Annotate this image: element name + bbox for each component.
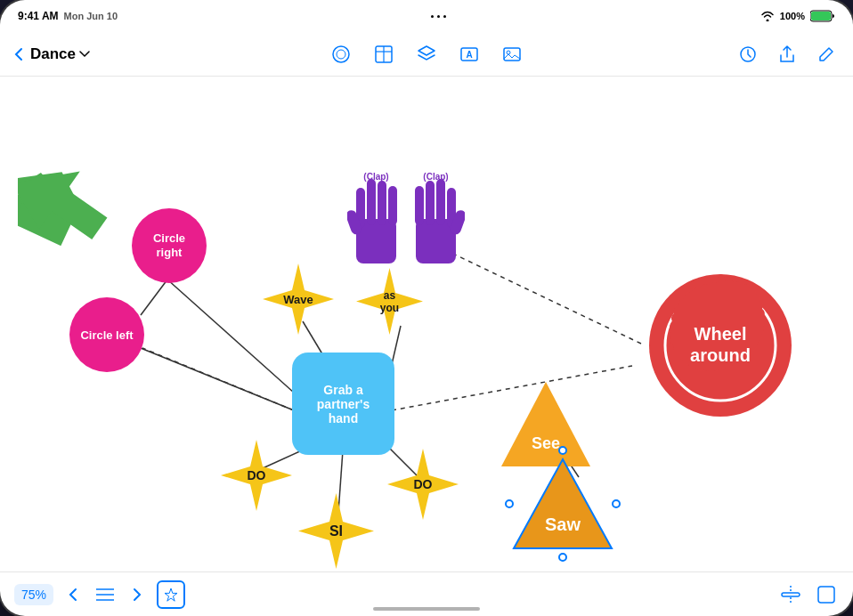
do-right-shape[interactable]: DO	[387, 449, 459, 520]
toolbar: Dance A	[0, 32, 853, 77]
shape-tool-icon[interactable]	[329, 42, 353, 67]
svg-text:A: A	[466, 50, 472, 60]
status-bar: 9:41 AM Mon Jun 10 100%	[0, 0, 853, 32]
right-hand: (Clap)	[407, 170, 465, 277]
handle-top[interactable]	[558, 446, 567, 455]
canvas-area[interactable]: Circle right Circle left Wave asyou DO	[0, 77, 853, 571]
share-icon[interactable]	[775, 42, 800, 67]
bottom-right	[778, 582, 839, 607]
history-icon[interactable]	[735, 42, 760, 67]
status-right: 100%	[760, 10, 835, 22]
svg-rect-9	[504, 48, 520, 61]
svg-rect-44	[426, 181, 435, 225]
svg-rect-38	[378, 181, 386, 225]
left-hand: (Clap)	[347, 170, 405, 277]
battery: 100%	[780, 11, 805, 21]
nav-next-button[interactable]	[125, 582, 150, 607]
handle-left[interactable]	[505, 499, 514, 508]
toolbar-center: A	[329, 42, 524, 67]
ipad-frame: 9:41 AM Mon Jun 10 100%	[0, 0, 853, 616]
favorite-button[interactable]	[157, 580, 185, 609]
time: 9:41 AM	[18, 10, 59, 22]
svg-text:around: around	[690, 345, 751, 365]
home-indicator	[373, 607, 480, 611]
svg-marker-33	[514, 459, 612, 548]
svg-rect-37	[367, 179, 376, 225]
svg-line-13	[141, 348, 294, 410]
as-you-shape[interactable]: asyou	[356, 268, 423, 335]
status-left: 9:41 AM Mon Jun 10	[18, 10, 118, 22]
edit-icon[interactable]	[814, 42, 839, 67]
text-tool-icon[interactable]: A	[457, 42, 482, 67]
clap-right-label: (Clap)	[423, 172, 448, 182]
do-left-shape[interactable]: DO	[221, 440, 292, 511]
center-shape[interactable]: Grab apartner'shand	[292, 353, 394, 455]
hands-container[interactable]: (Clap) (Clap)	[347, 161, 481, 277]
wave-label: Wave	[283, 293, 313, 306]
as-you-label: asyou	[380, 289, 399, 314]
chevron-down-icon	[79, 51, 90, 58]
table-tool-icon[interactable]	[371, 42, 396, 67]
nav-prev-button[interactable]	[61, 582, 85, 607]
handle-bottom[interactable]	[558, 553, 567, 562]
saw-shape[interactable]: Saw	[509, 450, 616, 557]
svg-rect-50	[782, 593, 800, 596]
svg-text:Saw: Saw	[545, 515, 581, 534]
toolbar-right	[735, 42, 839, 67]
si-shape[interactable]: SI	[298, 493, 374, 569]
do-right-label: DO	[414, 477, 433, 491]
svg-point-2	[333, 46, 349, 62]
wheel-around-shape[interactable]: Wheel around	[646, 271, 795, 420]
layers-tool-icon[interactable]	[414, 42, 439, 67]
svg-text:See: See	[532, 434, 560, 452]
svg-line-21	[142, 348, 294, 410]
circle-left-shape[interactable]: Circle left	[69, 297, 144, 372]
do-left-label: DO	[248, 468, 266, 482]
wifi-icon	[760, 11, 775, 21]
svg-marker-26	[18, 166, 116, 246]
svg-text:Wheel: Wheel	[695, 324, 747, 344]
svg-rect-45	[415, 186, 424, 225]
date: Mon Jun 10	[64, 11, 118, 21]
si-label: SI	[329, 523, 343, 539]
svg-rect-1	[811, 12, 831, 20]
document-title[interactable]: Dance	[30, 45, 90, 63]
object-align-icon[interactable]	[778, 582, 803, 607]
green-arrow-shape[interactable]	[18, 166, 116, 246]
svg-point-3	[337, 50, 345, 59]
bottom-left: 75%	[14, 580, 185, 609]
fullscreen-icon[interactable]	[814, 582, 839, 607]
zoom-level[interactable]: 75%	[14, 584, 53, 605]
svg-rect-43	[436, 179, 445, 225]
status-dots	[431, 15, 446, 18]
circle-right-shape[interactable]: Circle right	[132, 208, 207, 283]
svg-rect-53	[818, 587, 834, 603]
svg-line-14	[141, 280, 167, 315]
battery-icon	[810, 10, 835, 22]
svg-rect-39	[388, 186, 397, 225]
clap-left-label: (Clap)	[363, 172, 388, 182]
handle-right[interactable]	[612, 499, 621, 508]
wave-shape[interactable]: Wave	[263, 263, 334, 335]
back-button[interactable]	[14, 47, 23, 61]
image-tool-icon[interactable]	[500, 42, 524, 67]
list-button[interactable]	[93, 582, 118, 607]
